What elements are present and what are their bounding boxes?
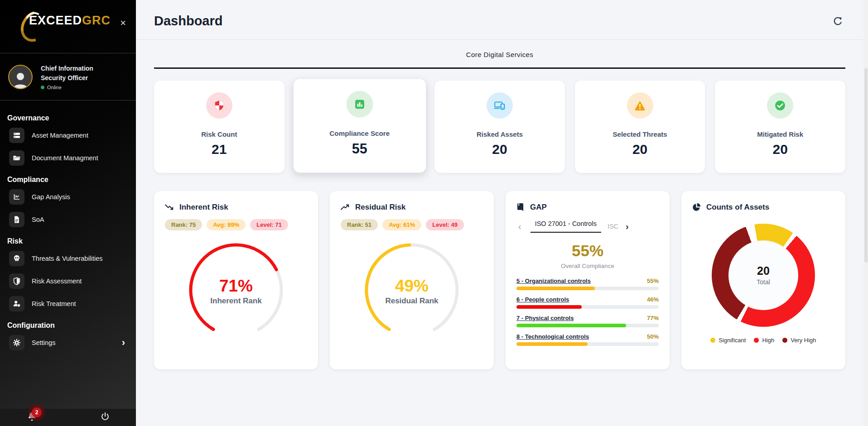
widgets-row: Inherent Risk Rank: 75 Avg: 89% Level: 7… xyxy=(136,191,868,369)
control-bar-row: 6 - People controls 46% xyxy=(516,296,659,309)
gauge-sublabel: Inherent Rank xyxy=(177,297,295,306)
tab-indicator xyxy=(154,67,845,69)
control-percent: 55% xyxy=(647,278,659,284)
stat-cards-row: Risk Count 21 Compliance Score 55 Risked… xyxy=(136,81,868,173)
stat-label: Selected Threats xyxy=(613,130,667,138)
stat-value: 20 xyxy=(772,142,787,157)
sidebar-item-document-management[interactable]: Document Managment xyxy=(7,148,127,168)
progress-fill xyxy=(516,324,626,327)
bar-chart-icon xyxy=(346,91,373,117)
stat-card-selected-threats: Selected Threats 20 xyxy=(575,81,705,173)
folder-icon xyxy=(9,150,24,166)
online-status-icon xyxy=(41,86,44,89)
profile-section: Chief Information Security Officer Onlin… xyxy=(0,53,136,101)
legend-item-significant: Significant xyxy=(710,337,746,344)
section-risk: Risk xyxy=(7,237,127,245)
control-percent: 46% xyxy=(647,296,659,303)
logo-accent: GRC xyxy=(82,14,111,27)
stat-value: 55 xyxy=(352,141,367,157)
gauge-percent: 49% xyxy=(352,277,471,296)
shield-icon xyxy=(206,92,232,119)
section-governance: Governance xyxy=(7,114,127,122)
sidebar-item-threats-vulnerabilities[interactable]: Threats & Vulnerabilities xyxy=(7,248,127,269)
donut-center: 20 Total xyxy=(728,240,798,310)
logo-text: EXCEEDGRC xyxy=(29,14,111,28)
legend-dot xyxy=(754,338,759,343)
tab-core-digital-services[interactable]: Core Digital Services xyxy=(154,51,845,67)
logo-primary: EXCEED xyxy=(29,14,82,27)
stat-card-risked-assets: Risked Assets 20 xyxy=(434,81,565,173)
legend-label: High xyxy=(762,337,774,344)
sidebar-item-risk-treatment[interactable]: Risk Treatment xyxy=(7,293,127,314)
power-button[interactable] xyxy=(101,412,110,423)
server-icon xyxy=(9,128,24,143)
page-header: Dashboard xyxy=(136,0,868,40)
control-label: 6 - People controls xyxy=(516,296,569,303)
sidebar-menu: Governance Asset Management Document Man… xyxy=(0,101,136,353)
chevron-right-icon[interactable]: › xyxy=(122,338,125,348)
notifications-button[interactable]: 2 xyxy=(27,412,37,423)
gauge-percent: 71% xyxy=(177,277,295,296)
stat-label: Compliance Score xyxy=(329,129,390,137)
assets-donut-chart: 20 Total xyxy=(712,224,815,327)
donut-total-label: Total xyxy=(757,278,770,286)
sidebar-item-soa[interactable]: SoA xyxy=(7,209,127,230)
control-bar-row: 7 - Physical controls 77% xyxy=(516,315,659,327)
sidebar-item-label: Risk Treatment xyxy=(32,300,76,307)
sidebar-item-label: Settings xyxy=(32,339,55,346)
stat-card-compliance-score: Compliance Score 55 xyxy=(293,79,425,172)
pie-chart-icon xyxy=(692,203,701,211)
progress-fill xyxy=(516,342,588,346)
overall-compliance-percent: 55% xyxy=(516,242,659,260)
stat-value: 21 xyxy=(212,142,227,157)
notification-badge: 2 xyxy=(32,407,42,417)
user-shield-icon xyxy=(9,296,24,311)
close-sidebar-icon[interactable]: × xyxy=(120,18,126,28)
stat-card-mitigated-risk: Mitigated Risk 20 xyxy=(715,81,845,173)
control-bar-row: 5 - Organizational controls 55% xyxy=(516,278,659,290)
sidebar-item-settings[interactable]: Settings › xyxy=(7,332,127,353)
stat-value: 20 xyxy=(492,142,507,157)
gap-tab-next-partial[interactable]: ISC xyxy=(608,223,623,230)
gap-tab-iso27001[interactable]: ISO 27001 - Controls xyxy=(530,220,601,233)
stat-label: Risk Count xyxy=(201,130,237,138)
scrollbar-thumb[interactable] xyxy=(864,68,868,263)
stat-value: 20 xyxy=(632,142,647,157)
avg-badge: Avg: 61% xyxy=(382,219,421,230)
main-content: Dashboard Core Digital Services Risk Cou… xyxy=(136,0,868,426)
sidebar-item-risk-assessment[interactable]: Risk Assessment xyxy=(7,271,127,292)
book-icon xyxy=(516,203,525,211)
progress-fill xyxy=(516,305,582,309)
progress-fill xyxy=(516,287,595,290)
gap-control-bars: 5 - Organizational controls 55% 6 - Peop… xyxy=(516,278,659,346)
sidebar-item-label: Threats & Vulnerabilities xyxy=(32,255,103,262)
level-badge: Level: 71 xyxy=(250,219,288,230)
logo-zone: EXCEEDGRC × xyxy=(0,0,136,53)
refresh-button[interactable] xyxy=(833,16,843,26)
overall-compliance-label: Overall Compliance xyxy=(516,263,659,269)
residual-risk-card: Residual Risk Rank: 51 Avg: 61% Level: 4… xyxy=(330,191,494,369)
stat-label: Risked Assets xyxy=(477,130,523,138)
control-percent: 77% xyxy=(647,315,659,321)
warning-icon xyxy=(627,92,653,119)
app-logo: EXCEEDGRC xyxy=(29,14,111,28)
stat-card-risk-count: Risk Count 21 xyxy=(154,81,285,173)
power-icon xyxy=(101,412,110,421)
sidebar-item-label: Asset Management xyxy=(32,132,88,139)
stat-label: Mitigated Risk xyxy=(757,130,803,138)
sidebar-item-asset-management[interactable]: Asset Management xyxy=(7,125,127,146)
sidebar-item-label: SoA xyxy=(32,216,44,223)
scrollbar[interactable] xyxy=(863,0,868,426)
control-label: 7 - Physical controls xyxy=(516,315,574,321)
rank-badge: Rank: 75 xyxy=(165,219,202,230)
chevron-left-icon[interactable]: ‹ xyxy=(516,222,523,231)
widget-title: Inherent Risk xyxy=(179,203,228,212)
skull-icon xyxy=(9,251,24,266)
sidebar-item-gap-analysis[interactable]: Gap Analysis xyxy=(7,187,127,207)
gap-card: GAP ‹ ISO 27001 - Controls ISC › 55% Ove… xyxy=(506,191,670,369)
trending-up-icon xyxy=(341,203,350,211)
avg-badge: Avg: 89% xyxy=(207,219,246,230)
sidebar-item-label: Risk Assessment xyxy=(32,278,82,285)
page-title: Dashboard xyxy=(154,14,222,29)
chevron-right-icon[interactable]: › xyxy=(624,222,631,231)
